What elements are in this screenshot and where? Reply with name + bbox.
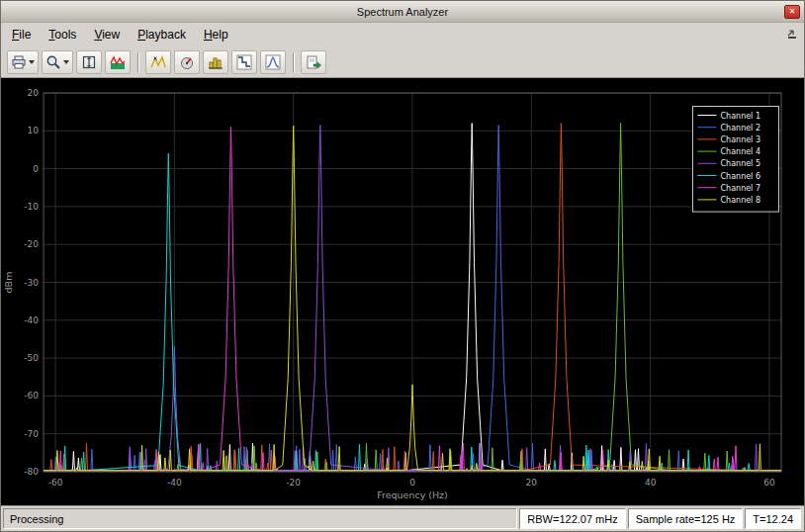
titlebar[interactable]: Spectrum Analyzer ✕ bbox=[1, 1, 804, 23]
magnifier-icon bbox=[45, 54, 61, 70]
ccdf-measurements-button[interactable] bbox=[231, 50, 257, 74]
legend[interactable]: Channel 1Channel 2Channel 3Channel 4Chan… bbox=[693, 107, 779, 213]
export-icon bbox=[306, 54, 321, 70]
svg-text:60: 60 bbox=[763, 478, 775, 488]
legend-label: Channel 4 bbox=[721, 147, 760, 156]
cursor-measurements-icon bbox=[179, 54, 195, 70]
legend-label: Channel 2 bbox=[721, 124, 760, 133]
dropdown-arrow-icon bbox=[63, 60, 69, 64]
menu-tools[interactable]: Tools bbox=[40, 24, 85, 45]
peak-finder-icon bbox=[150, 54, 166, 70]
toolbar-separator bbox=[137, 52, 138, 72]
svg-text:-40: -40 bbox=[167, 478, 182, 488]
svg-text:-40: -40 bbox=[24, 315, 39, 325]
svg-text:40: 40 bbox=[645, 478, 657, 488]
svg-text:-20: -20 bbox=[286, 478, 301, 488]
spectrum-plot[interactable]: -60-40-20020406020100-10-20-30-40-50-60-… bbox=[1, 78, 804, 505]
menu-playback[interactable]: Playback bbox=[129, 24, 195, 45]
status-sample-rate: Sample rate=125 Hz bbox=[628, 508, 744, 529]
svg-text:-60: -60 bbox=[24, 391, 39, 400]
legend-label: Channel 8 bbox=[721, 196, 760, 205]
menu-file[interactable]: File bbox=[3, 24, 40, 45]
cursor-measurements-button[interactable] bbox=[174, 50, 200, 74]
export-button[interactable] bbox=[301, 50, 326, 74]
print-options-button[interactable] bbox=[7, 50, 39, 74]
status-time: T=12.24 bbox=[745, 508, 801, 529]
scale-axes-icon bbox=[81, 54, 97, 70]
status-processing: Processing bbox=[3, 508, 517, 529]
legend-label: Channel 5 bbox=[721, 159, 760, 168]
legend-label: Channel 7 bbox=[721, 184, 760, 193]
svg-text:-30: -30 bbox=[24, 278, 39, 288]
svg-text:-20: -20 bbox=[24, 239, 39, 249]
dock-button[interactable] bbox=[785, 28, 799, 42]
statusbar: Processing RBW=122.07 mHz Sample rate=12… bbox=[1, 505, 804, 531]
svg-text:-50: -50 bbox=[24, 353, 39, 363]
svg-text:20: 20 bbox=[28, 88, 40, 98]
peak-finder-button[interactable] bbox=[145, 50, 171, 74]
signal-statistics-button[interactable] bbox=[203, 50, 228, 74]
menubar: File Tools View Playback Help bbox=[1, 23, 804, 46]
svg-text:dBm: dBm bbox=[3, 272, 14, 294]
toolbar bbox=[1, 46, 804, 78]
window-title: Spectrum Analyzer bbox=[357, 6, 448, 18]
step-plot-icon bbox=[236, 54, 252, 70]
svg-text:Frequency (Hz): Frequency (Hz) bbox=[377, 489, 448, 500]
svg-text:-80: -80 bbox=[24, 467, 39, 477]
toolbar-separator bbox=[293, 52, 294, 72]
menu-help[interactable]: Help bbox=[195, 24, 237, 45]
spectrum-analyzer-window: Spectrum Analyzer ✕ File Tools View Play… bbox=[0, 0, 805, 532]
zoom-button[interactable] bbox=[42, 50, 73, 74]
svg-text:-10: -10 bbox=[24, 202, 39, 212]
legend-label: Channel 6 bbox=[721, 172, 760, 181]
dock-icon bbox=[786, 29, 798, 41]
close-icon: ✕ bbox=[789, 7, 796, 16]
spectrum-settings-button[interactable] bbox=[105, 50, 131, 74]
svg-text:0: 0 bbox=[33, 164, 39, 174]
menu-view[interactable]: View bbox=[85, 24, 129, 45]
svg-text:-60: -60 bbox=[48, 478, 63, 488]
scale-axes-button[interactable] bbox=[76, 50, 102, 74]
plot-canvas[interactable]: -60-40-20020406020100-10-20-30-40-50-60-… bbox=[1, 78, 804, 505]
spectrum-settings-icon bbox=[110, 54, 126, 70]
curve-plot-icon bbox=[265, 54, 281, 70]
distortion-measurements-button[interactable] bbox=[260, 50, 286, 74]
svg-text:-70: -70 bbox=[24, 429, 39, 439]
dropdown-arrow-icon bbox=[29, 60, 35, 64]
svg-text:20: 20 bbox=[526, 478, 538, 488]
histogram-icon bbox=[208, 54, 224, 70]
legend-label: Channel 1 bbox=[721, 112, 760, 121]
svg-text:10: 10 bbox=[28, 126, 40, 135]
legend-label: Channel 3 bbox=[721, 135, 760, 144]
printer-icon bbox=[11, 54, 27, 70]
status-rbw: RBW=122.07 mHz bbox=[519, 508, 625, 529]
close-button[interactable]: ✕ bbox=[784, 5, 800, 19]
svg-text:0: 0 bbox=[409, 478, 415, 488]
